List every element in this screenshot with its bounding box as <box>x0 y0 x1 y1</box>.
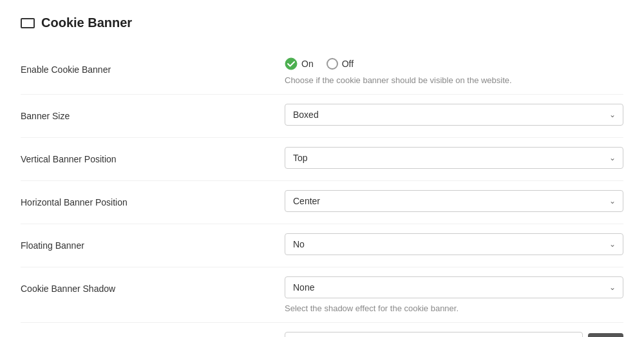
row-banner-size: Banner SizeBoxedFull Width⌄ <box>21 95 623 138</box>
select-banner-size[interactable]: BoxedFull Width <box>285 104 623 126</box>
select-horizontal-banner-position[interactable]: LeftCenterRight <box>285 190 623 212</box>
control-col-elements-border-radius: pixelInsert the border radius value for … <box>285 332 623 337</box>
control-col-vertical-banner-position: TopBottom⌄ <box>285 147 623 169</box>
radio-option-on[interactable]: On <box>285 57 314 70</box>
select-wrapper-floating-banner: NoYes⌄ <box>285 233 623 255</box>
control-col-floating-banner: NoYes⌄ <box>285 233 623 255</box>
select-vertical-banner-position[interactable]: TopBottom <box>285 147 623 169</box>
radio-label-off: Off <box>342 59 354 69</box>
select-wrapper-vertical-banner-position: TopBottom⌄ <box>285 147 623 169</box>
help-text-cookie-banner-shadow: Select the shadow effect for the cookie … <box>285 303 623 313</box>
cookie-banner-icon <box>21 18 35 28</box>
page-title: Cookie Banner <box>41 15 132 30</box>
row-cookie-banner-shadow: Cookie Banner ShadowNoneSmallMediumLarge… <box>21 267 623 323</box>
label-elements-border-radius: Elements Border Radius <box>21 332 272 337</box>
select-wrapper-banner-size: BoxedFull Width⌄ <box>285 104 623 126</box>
row-horizontal-banner-position: Horizontal Banner PositionLeftCenterRigh… <box>21 181 623 224</box>
label-enable-cookie-banner: Enable Cookie Banner <box>21 57 272 82</box>
row-vertical-banner-position: Vertical Banner PositionTopBottom⌄ <box>21 138 623 181</box>
control-col-banner-size: BoxedFull Width⌄ <box>285 104 623 126</box>
radio-group-enable-cookie-banner: OnOff <box>285 57 623 70</box>
control-col-cookie-banner-shadow: NoneSmallMediumLarge⌄Select the shadow e… <box>285 276 623 313</box>
select-cookie-banner-shadow[interactable]: NoneSmallMediumLarge <box>285 276 623 298</box>
control-col-horizontal-banner-position: LeftCenterRight⌄ <box>285 190 623 212</box>
svg-point-0 <box>285 58 297 70</box>
row-elements-border-radius: Elements Border RadiuspixelInsert the bo… <box>21 323 623 337</box>
help-text-enable-cookie-banner: Choose if the cookie banner should be vi… <box>285 75 623 85</box>
input-row-elements-border-radius: pixel <box>285 332 623 337</box>
unit-badge-elements-border-radius: pixel <box>588 333 623 338</box>
control-col-enable-cookie-banner: OnOffChoose if the cookie banner should … <box>285 57 623 85</box>
select-wrapper-cookie-banner-shadow: NoneSmallMediumLarge⌄ <box>285 276 623 298</box>
radio-checked-icon <box>285 57 298 70</box>
input-elements-border-radius[interactable] <box>285 332 583 337</box>
select-wrapper-horizontal-banner-position: LeftCenterRight⌄ <box>285 190 623 212</box>
radio-label-on: On <box>301 59 314 69</box>
label-cookie-banner-shadow: Cookie Banner Shadow <box>21 276 272 301</box>
label-banner-size: Banner Size <box>21 104 272 128</box>
select-floating-banner[interactable]: NoYes <box>285 233 623 255</box>
radio-unchecked-icon <box>327 58 338 70</box>
radio-option-off[interactable]: Off <box>327 58 354 70</box>
label-floating-banner: Floating Banner <box>21 233 272 258</box>
row-floating-banner: Floating BannerNoYes⌄ <box>21 224 623 267</box>
label-horizontal-banner-position: Horizontal Banner Position <box>21 190 272 215</box>
label-vertical-banner-position: Vertical Banner Position <box>21 147 272 171</box>
row-enable-cookie-banner: Enable Cookie BannerOnOffChoose if the c… <box>21 48 623 95</box>
